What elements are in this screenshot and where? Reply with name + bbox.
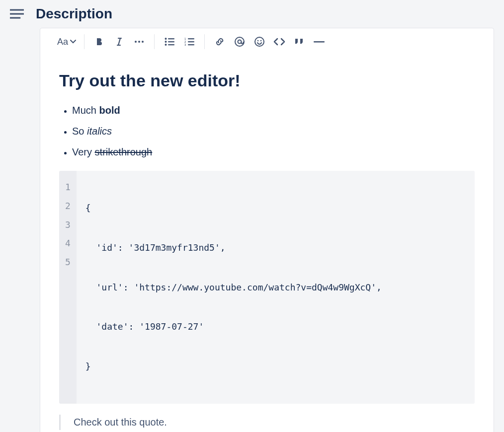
code-lines: { 'id': '3d17m3myfr13nd5', 'url': 'https… [77, 171, 475, 404]
list-item: So italics [72, 123, 475, 139]
svg-point-3 [135, 41, 137, 43]
text-style-dropdown[interactable]: Aa [57, 37, 76, 47]
svg-point-6 [165, 38, 167, 40]
toolbar-separator [154, 34, 155, 49]
editor-toolbar: Aa 123 [40, 28, 494, 55]
bullet-list-button[interactable] [163, 35, 176, 49]
content-heading: Try out the new editor! [59, 71, 475, 90]
bold-button[interactable] [92, 35, 106, 49]
editor-body[interactable]: Try out the new editor! Much bold So ita… [40, 55, 494, 432]
section-header: Description [0, 0, 504, 28]
svg-point-10 [165, 44, 167, 46]
toolbar-separator [204, 34, 205, 49]
svg-point-5 [142, 41, 144, 43]
divider-button[interactable] [312, 35, 326, 49]
emoji-button[interactable] [252, 35, 266, 49]
more-formatting-button[interactable] [132, 35, 146, 49]
svg-point-21 [257, 40, 259, 42]
numbered-list-button[interactable]: 123 [182, 35, 196, 49]
svg-point-19 [238, 40, 242, 44]
chevron-down-icon [70, 40, 76, 44]
svg-rect-7 [168, 38, 174, 39]
svg-point-22 [260, 40, 262, 42]
list-item: Very strikethrough [72, 144, 475, 160]
svg-rect-9 [168, 41, 174, 42]
quote-button[interactable] [292, 35, 306, 49]
code-block: 1 2 3 4 5 { 'id': '3d17m3myfr13nd5', 'ur… [59, 171, 475, 404]
text-style-label: Aa [57, 37, 68, 47]
svg-point-8 [165, 41, 167, 43]
link-button[interactable] [213, 35, 227, 49]
italic-button[interactable] [112, 35, 126, 49]
editor-card: Aa 123 [40, 28, 494, 432]
menu-icon[interactable] [9, 6, 25, 22]
section-title: Description [36, 6, 112, 22]
svg-point-4 [138, 41, 140, 43]
svg-rect-17 [188, 44, 194, 45]
svg-rect-13 [188, 38, 194, 39]
svg-rect-15 [188, 41, 194, 42]
svg-rect-23 [314, 41, 325, 42]
code-button[interactable] [272, 35, 286, 49]
svg-rect-11 [168, 44, 174, 45]
svg-point-18 [235, 37, 244, 46]
svg-point-20 [255, 37, 264, 46]
mention-button[interactable] [233, 35, 247, 49]
svg-text:3: 3 [184, 43, 186, 46]
list-item: Much bold [72, 102, 475, 118]
code-gutter: 1 2 3 4 5 [59, 171, 77, 404]
bullet-list: Much bold So italics Very strikethrough [59, 102, 475, 160]
blockquote: Check out this quote. [59, 415, 475, 430]
toolbar-separator [84, 34, 84, 49]
